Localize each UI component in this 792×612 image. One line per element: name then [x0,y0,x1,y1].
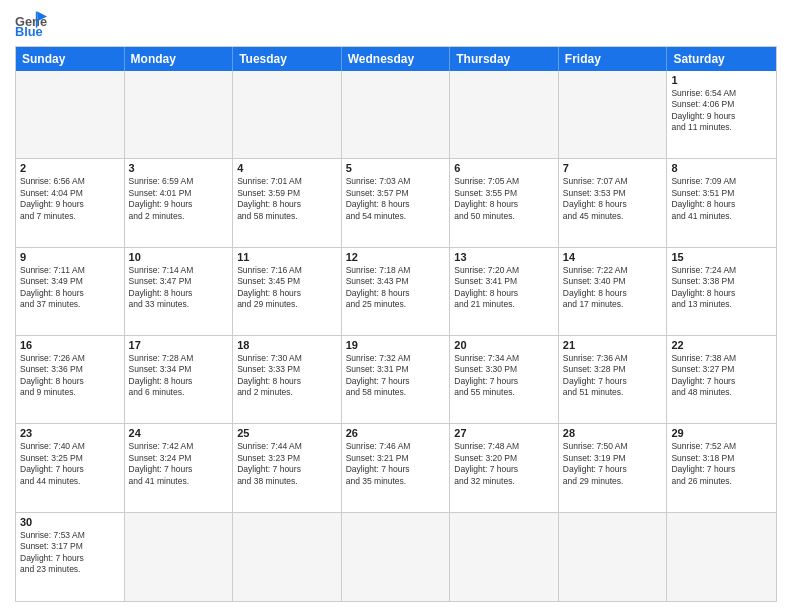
day-number: 6 [454,162,554,174]
day-info: Sunrise: 7:07 AM Sunset: 3:53 PM Dayligh… [563,176,663,222]
calendar-week-2: 2Sunrise: 6:56 AM Sunset: 4:04 PM Daylig… [16,159,776,247]
calendar-day-16: 16Sunrise: 7:26 AM Sunset: 3:36 PM Dayli… [16,336,125,423]
calendar-header: SundayMondayTuesdayWednesdayThursdayFrid… [16,47,776,71]
day-number: 26 [346,427,446,439]
calendar-day-5: 5Sunrise: 7:03 AM Sunset: 3:57 PM Daylig… [342,159,451,246]
day-number: 15 [671,251,772,263]
day-number: 11 [237,251,337,263]
calendar-day-11: 11Sunrise: 7:16 AM Sunset: 3:45 PM Dayli… [233,248,342,335]
day-info: Sunrise: 6:54 AM Sunset: 4:06 PM Dayligh… [671,88,772,134]
day-number: 2 [20,162,120,174]
calendar-day-empty [559,513,668,601]
day-info: Sunrise: 7:42 AM Sunset: 3:24 PM Dayligh… [129,441,229,487]
calendar-day-26: 26Sunrise: 7:46 AM Sunset: 3:21 PM Dayli… [342,424,451,511]
day-number: 3 [129,162,229,174]
calendar-day-30: 30Sunrise: 7:53 AM Sunset: 3:17 PM Dayli… [16,513,125,601]
calendar-day-9: 9Sunrise: 7:11 AM Sunset: 3:49 PM Daylig… [16,248,125,335]
day-header-friday: Friday [559,47,668,71]
day-number: 9 [20,251,120,263]
calendar-day-17: 17Sunrise: 7:28 AM Sunset: 3:34 PM Dayli… [125,336,234,423]
day-number: 28 [563,427,663,439]
day-info: Sunrise: 7:03 AM Sunset: 3:57 PM Dayligh… [346,176,446,222]
day-info: Sunrise: 7:38 AM Sunset: 3:27 PM Dayligh… [671,353,772,399]
day-header-monday: Monday [125,47,234,71]
day-info: Sunrise: 7:50 AM Sunset: 3:19 PM Dayligh… [563,441,663,487]
calendar-day-empty [450,513,559,601]
day-info: Sunrise: 7:14 AM Sunset: 3:47 PM Dayligh… [129,265,229,311]
day-number: 20 [454,339,554,351]
calendar-day-8: 8Sunrise: 7:09 AM Sunset: 3:51 PM Daylig… [667,159,776,246]
calendar-day-1: 1Sunrise: 6:54 AM Sunset: 4:06 PM Daylig… [667,71,776,158]
calendar-day-empty [450,71,559,158]
calendar-day-14: 14Sunrise: 7:22 AM Sunset: 3:40 PM Dayli… [559,248,668,335]
calendar-day-empty [559,71,668,158]
day-number: 27 [454,427,554,439]
day-number: 18 [237,339,337,351]
calendar-day-empty [342,513,451,601]
day-number: 24 [129,427,229,439]
day-header-sunday: Sunday [16,47,125,71]
day-number: 29 [671,427,772,439]
calendar-day-13: 13Sunrise: 7:20 AM Sunset: 3:41 PM Dayli… [450,248,559,335]
calendar-body: 1Sunrise: 6:54 AM Sunset: 4:06 PM Daylig… [16,71,776,601]
day-number: 21 [563,339,663,351]
day-info: Sunrise: 7:53 AM Sunset: 3:17 PM Dayligh… [20,530,120,576]
calendar-week-6: 30Sunrise: 7:53 AM Sunset: 3:17 PM Dayli… [16,513,776,601]
day-info: Sunrise: 7:34 AM Sunset: 3:30 PM Dayligh… [454,353,554,399]
calendar-day-7: 7Sunrise: 7:07 AM Sunset: 3:53 PM Daylig… [559,159,668,246]
calendar-day-4: 4Sunrise: 7:01 AM Sunset: 3:59 PM Daylig… [233,159,342,246]
calendar-day-25: 25Sunrise: 7:44 AM Sunset: 3:23 PM Dayli… [233,424,342,511]
calendar-day-3: 3Sunrise: 6:59 AM Sunset: 4:01 PM Daylig… [125,159,234,246]
calendar-day-23: 23Sunrise: 7:40 AM Sunset: 3:25 PM Dayli… [16,424,125,511]
day-header-saturday: Saturday [667,47,776,71]
day-number: 22 [671,339,772,351]
day-number: 30 [20,516,120,528]
day-info: Sunrise: 7:52 AM Sunset: 3:18 PM Dayligh… [671,441,772,487]
calendar-day-2: 2Sunrise: 6:56 AM Sunset: 4:04 PM Daylig… [16,159,125,246]
day-number: 17 [129,339,229,351]
calendar-day-empty [667,513,776,601]
day-number: 23 [20,427,120,439]
calendar-week-5: 23Sunrise: 7:40 AM Sunset: 3:25 PM Dayli… [16,424,776,512]
calendar-day-empty [125,513,234,601]
calendar-day-28: 28Sunrise: 7:50 AM Sunset: 3:19 PM Dayli… [559,424,668,511]
svg-text:Blue: Blue [15,24,43,38]
day-number: 16 [20,339,120,351]
day-number: 10 [129,251,229,263]
calendar-day-27: 27Sunrise: 7:48 AM Sunset: 3:20 PM Dayli… [450,424,559,511]
day-header-thursday: Thursday [450,47,559,71]
day-number: 7 [563,162,663,174]
day-info: Sunrise: 6:56 AM Sunset: 4:04 PM Dayligh… [20,176,120,222]
day-info: Sunrise: 7:26 AM Sunset: 3:36 PM Dayligh… [20,353,120,399]
calendar-day-15: 15Sunrise: 7:24 AM Sunset: 3:38 PM Dayli… [667,248,776,335]
calendar-day-empty [233,513,342,601]
calendar-day-empty [342,71,451,158]
day-number: 13 [454,251,554,263]
day-number: 19 [346,339,446,351]
calendar-day-22: 22Sunrise: 7:38 AM Sunset: 3:27 PM Dayli… [667,336,776,423]
day-header-wednesday: Wednesday [342,47,451,71]
day-info: Sunrise: 7:09 AM Sunset: 3:51 PM Dayligh… [671,176,772,222]
day-number: 1 [671,74,772,86]
calendar-day-29: 29Sunrise: 7:52 AM Sunset: 3:18 PM Dayli… [667,424,776,511]
day-info: Sunrise: 7:28 AM Sunset: 3:34 PM Dayligh… [129,353,229,399]
day-info: Sunrise: 7:44 AM Sunset: 3:23 PM Dayligh… [237,441,337,487]
day-number: 12 [346,251,446,263]
calendar-day-24: 24Sunrise: 7:42 AM Sunset: 3:24 PM Dayli… [125,424,234,511]
day-info: Sunrise: 7:32 AM Sunset: 3:31 PM Dayligh… [346,353,446,399]
logo-icon: General Blue [15,10,47,38]
page-header: General Blue [15,10,777,38]
day-info: Sunrise: 7:46 AM Sunset: 3:21 PM Dayligh… [346,441,446,487]
calendar-day-21: 21Sunrise: 7:36 AM Sunset: 3:28 PM Dayli… [559,336,668,423]
day-info: Sunrise: 7:16 AM Sunset: 3:45 PM Dayligh… [237,265,337,311]
day-number: 14 [563,251,663,263]
calendar-day-empty [125,71,234,158]
day-info: Sunrise: 7:40 AM Sunset: 3:25 PM Dayligh… [20,441,120,487]
day-info: Sunrise: 7:01 AM Sunset: 3:59 PM Dayligh… [237,176,337,222]
calendar-day-20: 20Sunrise: 7:34 AM Sunset: 3:30 PM Dayli… [450,336,559,423]
calendar-day-empty [233,71,342,158]
calendar-day-10: 10Sunrise: 7:14 AM Sunset: 3:47 PM Dayli… [125,248,234,335]
day-info: Sunrise: 7:24 AM Sunset: 3:38 PM Dayligh… [671,265,772,311]
calendar-day-19: 19Sunrise: 7:32 AM Sunset: 3:31 PM Dayli… [342,336,451,423]
calendar-day-12: 12Sunrise: 7:18 AM Sunset: 3:43 PM Dayli… [342,248,451,335]
